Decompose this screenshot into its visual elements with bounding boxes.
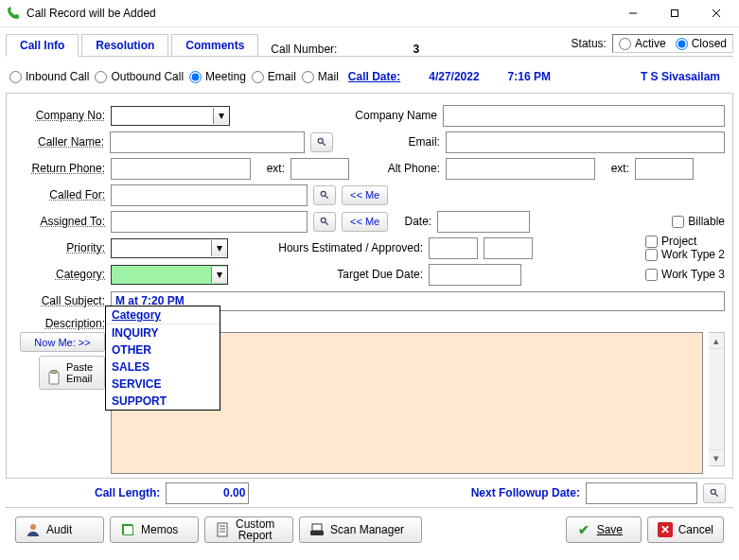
custom-report-button[interactable]: Custom Report — [204, 516, 293, 543]
description-scrollbar[interactable]: ▴ ▾ — [709, 332, 725, 466]
category-option[interactable]: SALES — [106, 359, 220, 376]
scroll-up-button[interactable]: ▴ — [709, 333, 724, 349]
called-for-label: Called For: — [14, 188, 105, 201]
ext1-field[interactable] — [290, 158, 349, 180]
category-option[interactable]: SERVICE — [106, 376, 220, 393]
window-minimize-button[interactable] — [612, 1, 654, 26]
priority-dropdown[interactable]: ▾ — [111, 238, 228, 258]
called-for-field[interactable] — [111, 184, 308, 206]
paste-email-button[interactable]: Paste Email — [39, 356, 105, 390]
paste-icon — [47, 359, 61, 387]
calltype-mail-radio[interactable] — [302, 71, 314, 83]
svg-rect-8 — [124, 526, 132, 534]
scanner-icon — [309, 522, 325, 537]
called-for-me-button[interactable]: << Me — [342, 185, 388, 205]
window-maximize-button[interactable] — [654, 1, 695, 26]
call-date-label: Call Date: — [348, 70, 400, 83]
company-no-label: Company No: — [14, 109, 105, 122]
caller-lookup-button[interactable] — [310, 132, 333, 152]
billable-checkbox[interactable] — [672, 216, 684, 228]
return-phone-label: Return Phone: — [14, 162, 105, 175]
category-option[interactable]: INQUIRY — [106, 324, 220, 341]
memos-button[interactable]: Memos — [110, 516, 199, 543]
tab-resolution[interactable]: Resolution — [81, 34, 168, 57]
next-followup-lookup-button[interactable] — [703, 483, 726, 503]
alt-phone-field[interactable] — [446, 158, 595, 180]
category-dropdown[interactable]: ▾ — [111, 265, 228, 285]
worktype2-checkbox[interactable] — [645, 249, 658, 261]
svg-rect-9 — [218, 523, 227, 536]
svg-point-1 — [318, 138, 323, 143]
search-icon — [320, 215, 329, 228]
save-button[interactable]: ✔ Save — [566, 516, 642, 543]
calltype-inbound-radio[interactable] — [9, 71, 22, 83]
book-icon — [120, 522, 135, 537]
svg-point-2 — [321, 191, 326, 196]
tab-call-info[interactable]: Call Info — [6, 34, 79, 57]
assigned-to-label: Assigned To: — [14, 215, 105, 228]
svg-point-7 — [30, 524, 36, 530]
search-icon — [320, 188, 329, 201]
project-checkbox[interactable] — [645, 236, 658, 248]
worktype3-checkbox[interactable] — [645, 269, 658, 281]
window-close-button[interactable] — [695, 1, 737, 26]
description-label: Description: — [14, 315, 105, 330]
caller-name-field[interactable] — [110, 131, 305, 153]
status-radio-group: Active Closed — [612, 34, 733, 53]
hours-label: Hours Estimated / Approved: — [234, 241, 423, 254]
call-number-value: 3 — [413, 43, 419, 56]
call-number-label: Call Number: — [271, 43, 337, 56]
assigned-to-lookup-button[interactable] — [313, 212, 336, 232]
category-dropdown-list[interactable]: Category INQUIRY OTHER SALES SERVICE SUP… — [105, 306, 220, 411]
chevron-down-icon: ▾ — [213, 108, 229, 124]
chevron-down-icon: ▾ — [211, 240, 227, 256]
user-name: T S Sivasailam — [579, 70, 730, 83]
hours-est-field[interactable] — [429, 237, 478, 259]
call-length-label: Call Length: — [95, 486, 160, 499]
scroll-down-button[interactable]: ▾ — [709, 449, 724, 465]
status-closed-radio[interactable] — [676, 38, 688, 50]
hours-app-field[interactable] — [484, 237, 533, 259]
status-active-radio[interactable] — [619, 38, 631, 50]
return-phone-field[interactable] — [111, 158, 251, 180]
category-dropdown-header: Category — [106, 306, 220, 324]
svg-rect-0 — [672, 10, 678, 17]
next-followup-field[interactable] — [586, 482, 697, 504]
calltype-outbound-radio[interactable] — [95, 71, 107, 83]
category-option[interactable]: SUPPORT — [106, 393, 220, 410]
cancel-button[interactable]: ✕ Cancel — [647, 516, 724, 543]
document-icon — [215, 522, 230, 537]
call-date-value: 4/27/2022 — [429, 70, 479, 83]
called-for-lookup-button[interactable] — [313, 185, 336, 205]
calltype-email-radio[interactable] — [252, 71, 264, 83]
email-field[interactable] — [446, 131, 725, 153]
ext1-label: ext: — [256, 162, 285, 175]
ext2-label: ext: — [601, 162, 629, 175]
app-icon — [6, 6, 21, 21]
audit-button[interactable]: Audit — [15, 516, 104, 543]
scan-manager-button[interactable]: Scan Manager — [299, 516, 422, 543]
target-due-label: Target Due Date: — [234, 268, 423, 281]
assigned-date-field[interactable] — [437, 211, 530, 233]
company-no-dropdown[interactable]: ▾ — [111, 106, 230, 126]
svg-point-6 — [711, 489, 715, 494]
chevron-down-icon: ▾ — [211, 267, 227, 283]
svg-rect-5 — [51, 371, 57, 374]
target-due-field[interactable] — [429, 264, 521, 286]
category-option[interactable]: OTHER — [106, 341, 220, 359]
assigned-to-field[interactable] — [111, 211, 308, 233]
call-time-value: 7:16 PM — [508, 70, 551, 83]
person-icon — [26, 522, 41, 537]
tab-comments[interactable]: Comments — [171, 34, 258, 57]
close-icon: ✕ — [658, 522, 673, 537]
assigned-to-me-button[interactable]: << Me — [342, 212, 388, 232]
svg-point-3 — [321, 218, 326, 222]
calltype-meeting-radio[interactable] — [189, 71, 202, 83]
now-me-button[interactable]: Now Me: >> — [20, 332, 105, 352]
check-icon: ✔ — [576, 522, 591, 537]
company-name-field[interactable] — [443, 105, 725, 127]
ext2-field[interactable] — [635, 158, 694, 180]
caller-name-label: Caller Name: — [14, 135, 104, 149]
assigned-date-label: Date: — [394, 215, 431, 228]
call-length-field[interactable] — [166, 482, 249, 504]
